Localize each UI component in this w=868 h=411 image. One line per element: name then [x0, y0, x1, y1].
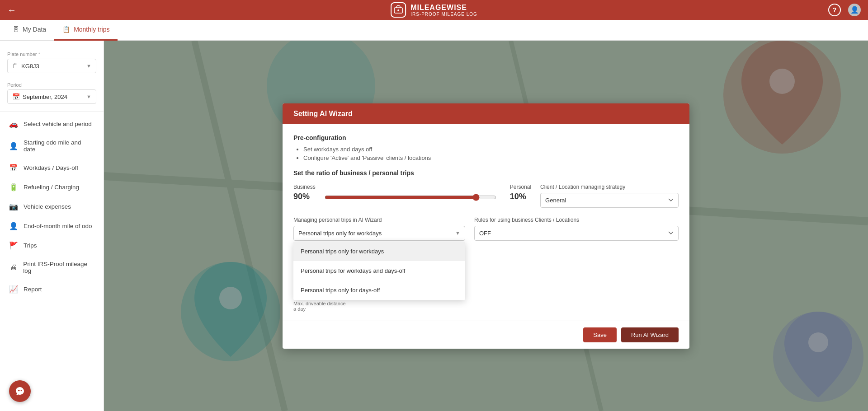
- svg-point-14: [19, 390, 20, 391]
- run-ai-wizard-button[interactable]: Run AI Wizard: [621, 327, 679, 342]
- vehicle-expenses-icon: 📷: [9, 202, 18, 211]
- personal-value: 10%: [510, 192, 531, 201]
- sidebar-item-end-of-month[interactable]: 👤 End-of-month mile of odo: [0, 216, 104, 236]
- plate-arrow-icon: ▼: [86, 63, 91, 69]
- business-col: Business 90%: [293, 184, 316, 204]
- rules-label: Rules for using business Clients / Locat…: [474, 217, 679, 223]
- tabs-bar: 🗄 My Data 📋 Monthly trips: [0, 20, 868, 41]
- period-field: Period 📅 September, 2024 ▼: [7, 82, 96, 104]
- preconfiguration-title: Pre-configuration: [293, 134, 679, 141]
- logo-icon: [391, 2, 406, 18]
- ratio-title: Set the ratio of business / personal tri…: [293, 169, 679, 177]
- dropdown-item-daysoff-only[interactable]: Personal trips only for days-off: [293, 280, 465, 300]
- business-label: Business: [293, 184, 316, 190]
- select-vehicle-icon: 🚗: [9, 120, 18, 128]
- business-personal-slider[interactable]: [325, 194, 496, 201]
- dialog-body: Pre-configuration Set workdays and days …: [283, 124, 689, 321]
- sidebar-item-trips-label: Trips: [24, 242, 37, 249]
- sidebar-item-vehicle-expenses[interactable]: 📷 Vehicle expenses: [0, 197, 104, 216]
- period-arrow-icon: ▼: [86, 94, 91, 99]
- managing-dropdown-trigger[interactable]: Personal trips only for workdays ▼: [293, 226, 465, 241]
- refueling-icon: 🔋: [9, 183, 18, 191]
- preconfiguration-list: Set workdays and days off Configure 'Act…: [293, 146, 679, 161]
- period-icon: 📅: [12, 93, 20, 100]
- app-logo: MILEAGEWISE IRS-PROOF MILEAGE LOG: [391, 2, 477, 18]
- managing-dropdown-popup: Personal trips only for workdays Persona…: [293, 242, 465, 300]
- rules-select[interactable]: OFF ON: [474, 226, 679, 241]
- tab-my-data-label: My Data: [23, 26, 46, 33]
- sidebar-item-select-vehicle-label: Select vehicle and period: [24, 121, 92, 127]
- tab-my-data[interactable]: 🗄 My Data: [5, 20, 54, 41]
- tab-monthly-trips[interactable]: 📋 Monthly trips: [54, 20, 118, 41]
- topnav-actions: ? 👤: [828, 4, 861, 16]
- sidebar-item-report-label: Report: [24, 286, 42, 293]
- preconfiguration-item-1: Set workdays and days off: [303, 146, 679, 153]
- sidebar-item-starting-odo-label: Starting odo mile and date: [24, 139, 94, 153]
- personal-label: Personal: [510, 184, 531, 190]
- sidebar-item-starting-odo[interactable]: 👤 Starting odo mile and date: [0, 134, 104, 158]
- rules-row: Managing personal trips in AI Wizard Per…: [293, 217, 679, 241]
- sidebar-item-end-of-month-label: End-of-month mile of odo: [24, 223, 92, 229]
- user-menu-button[interactable]: 👤: [848, 4, 861, 16]
- sidebar-item-refueling[interactable]: 🔋 Refueling / Charging: [0, 177, 104, 197]
- dialog-title: Setting AI Wizard: [293, 110, 353, 117]
- strategy-col: Client / Location managing strategy Gene…: [540, 184, 679, 208]
- strategy-label: Client / Location managing strategy: [540, 184, 679, 190]
- back-button[interactable]: ←: [7, 5, 16, 15]
- help-button[interactable]: ?: [828, 4, 841, 16]
- starting-odo-icon: 👤: [9, 142, 18, 150]
- ratio-row: Business 90% Personal 10% Client / Locat…: [293, 184, 679, 208]
- svg-point-13: [18, 390, 19, 391]
- strategy-select[interactable]: General Active clients first Passive cli…: [540, 193, 679, 208]
- sidebar-item-print-irs[interactable]: 🖨 Print IRS-Proof mileage log: [0, 255, 104, 280]
- rules-col: Rules for using business Clients / Locat…: [474, 217, 679, 241]
- workdays-icon: 📅: [9, 163, 18, 172]
- sidebar-item-vehicle-expenses-label: Vehicle expenses: [24, 203, 71, 210]
- setting-ai-wizard-dialog: Setting AI Wizard Pre-configuration Set …: [283, 103, 689, 349]
- sidebar-item-select-vehicle[interactable]: 🚗 Select vehicle and period: [0, 114, 104, 134]
- monthly-trips-icon: 📋: [62, 26, 70, 33]
- save-button[interactable]: Save: [583, 327, 617, 342]
- sidebar-item-trips[interactable]: 🚩 Trips: [0, 236, 104, 255]
- plate-value: KG8J3: [21, 63, 39, 70]
- main-layout: Plate number * 🗒 KG8J3 ▼ Period 📅 Septem…: [0, 41, 868, 411]
- sidebar-item-workdays[interactable]: 📅 Workdays / Days-off: [0, 158, 104, 177]
- period-label: Period: [7, 82, 96, 88]
- plate-number-field: Plate number * 🗒 KG8J3 ▼: [7, 51, 96, 73]
- plate-icon: 🗒: [12, 62, 19, 70]
- managing-arrow-icon: ▼: [455, 230, 460, 236]
- end-of-month-icon: 👤: [9, 222, 18, 230]
- logo-text: MILEAGEWISE IRS-PROOF MILEAGE LOG: [410, 4, 477, 17]
- sidebar-item-report[interactable]: 📈 Report: [0, 280, 104, 299]
- mydata-icon: 🗄: [13, 26, 19, 33]
- dropdown-item-workdays-and-daysoff[interactable]: Personal trips for workdays and days-off: [293, 261, 465, 280]
- dialog-header: Setting AI Wizard: [283, 103, 689, 124]
- managing-label: Managing personal trips in AI Wizard: [293, 217, 465, 223]
- sidebar: Plate number * 🗒 KG8J3 ▼ Period 📅 Septem…: [0, 41, 104, 411]
- dialog-overlay: Setting AI Wizard Pre-configuration Set …: [104, 41, 868, 411]
- max-drive-desc: Max. driveable distancea day: [293, 301, 679, 312]
- period-select[interactable]: 📅 September, 2024 ▼: [7, 89, 96, 104]
- personal-col: Personal 10%: [510, 184, 531, 204]
- plate-select[interactable]: 🗒 KG8J3 ▼: [7, 59, 96, 73]
- dropdown-item-workdays-only[interactable]: Personal trips only for workdays: [293, 242, 465, 261]
- sidebar-divider: [0, 111, 104, 112]
- top-navigation: ← MILEAGEWISE IRS-PROOF MILEAGE LOG ? 👤: [0, 0, 868, 20]
- dialog-footer: Save Run AI Wizard: [283, 321, 689, 349]
- svg-point-1: [397, 9, 399, 11]
- trips-icon: 🚩: [9, 241, 18, 250]
- tab-monthly-trips-label: Monthly trips: [74, 26, 109, 33]
- svg-point-15: [21, 390, 22, 391]
- plate-label: Plate number *: [7, 51, 96, 57]
- managing-col: Managing personal trips in AI Wizard Per…: [293, 217, 465, 241]
- sidebar-item-refueling-label: Refueling / Charging: [24, 184, 79, 191]
- slider-container: [325, 184, 496, 203]
- business-value: 90%: [293, 192, 316, 201]
- map-area: Setting AI Wizard Pre-configuration Set …: [104, 41, 868, 411]
- managing-selected-value: Personal trips only for workdays: [298, 230, 382, 237]
- preconfiguration-item-2: Configure 'Active' and 'Passive' clients…: [303, 154, 679, 161]
- sidebar-item-print-irs-label: Print IRS-Proof mileage log: [23, 261, 94, 274]
- report-icon: 📈: [9, 285, 18, 294]
- print-irs-icon: 🖨: [9, 263, 18, 271]
- chat-button[interactable]: [9, 380, 31, 402]
